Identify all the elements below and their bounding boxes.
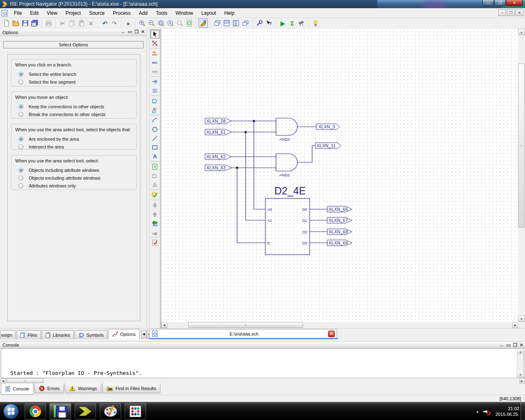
taskbar-colorgrid-button[interactable]	[125, 403, 146, 420]
tray-expand-icon[interactable]: ▲	[476, 410, 479, 413]
net-label[interactable]: XLXN_63	[206, 165, 226, 170]
tab-console[interactable]: Console	[1, 383, 34, 395]
add-net-name-tool[interactable]: abc	[150, 58, 160, 67]
pan-zoom-tool[interactable]	[150, 39, 160, 48]
draw-rectangle-tool[interactable]	[150, 143, 160, 152]
check-schematic-tool[interactable]	[150, 190, 160, 199]
add-wire-tool[interactable]	[150, 49, 160, 58]
tile-horizontal-button[interactable]	[222, 18, 231, 28]
toolbar-more-button[interactable]: »	[123, 18, 133, 28]
print-button[interactable]	[44, 18, 53, 28]
tab-options[interactable]: Options	[108, 329, 139, 339]
wire[interactable]	[254, 121, 265, 209]
scroll-left-button[interactable]: ◀	[0, 378, 6, 383]
context-help-button[interactable]: ?	[264, 18, 274, 28]
radio-icon[interactable]	[18, 176, 23, 180]
cut-button[interactable]: ✂	[58, 18, 67, 28]
component-name[interactable]: D2_4E	[274, 185, 306, 196]
select-tool[interactable]	[150, 30, 160, 39]
radio-option[interactable]: Select the line segment	[15, 78, 136, 86]
panel-maximize-icon[interactable]: ▭	[507, 342, 511, 348]
radio-icon[interactable]	[18, 144, 23, 149]
hint-bulb-button[interactable]	[311, 18, 320, 28]
draw-arc-tool[interactable]	[150, 116, 160, 125]
taskbar-clock[interactable]: 21:02 2015.06.25.	[495, 406, 519, 417]
new-file-button[interactable]	[2, 18, 11, 28]
tab-errors[interactable]: Errors	[34, 383, 64, 393]
start-button[interactable]	[3, 404, 19, 419]
paste-button[interactable]	[77, 18, 86, 28]
mdi-close-button[interactable]: ✕	[516, 9, 523, 16]
radio-option[interactable]: Break the connections to other objects	[15, 110, 136, 118]
radio-option[interactable]: Are enclosed by the area	[15, 135, 136, 143]
scroll-down-button[interactable]: ▼	[517, 372, 524, 378]
and2-gate[interactable]	[276, 154, 297, 171]
save-all-button[interactable]	[30, 18, 39, 28]
radio-selected-icon[interactable]	[18, 72, 23, 77]
scroll-left-button[interactable]: ◀	[161, 322, 167, 328]
canvas-hscrollbar[interactable]: ◀ ≡ ▶	[161, 322, 518, 328]
radio-option[interactable]: Select the entire branch	[15, 70, 136, 78]
wire[interactable]	[237, 168, 265, 243]
document-close-button[interactable]: ✕	[328, 331, 335, 337]
tab-symbols[interactable]: Symbols	[75, 330, 107, 339]
settings-wrench-button[interactable]	[255, 18, 264, 28]
zoom-in-button[interactable]	[137, 18, 147, 28]
menu-window[interactable]: Window	[171, 9, 197, 17]
panel-maximize-icon[interactable]: ▭	[128, 29, 132, 34]
sum-processes-button[interactable]: Σ	[288, 18, 297, 28]
flip-symbol-tool[interactable]	[150, 180, 160, 189]
menu-file[interactable]: File	[10, 9, 26, 17]
menu-edit[interactable]: Edit	[26, 9, 43, 17]
taskbar-save-app-button[interactable]	[50, 403, 71, 420]
return-to-schematic-tool[interactable]	[150, 219, 160, 228]
scroll-up-button[interactable]: ▲	[518, 29, 525, 35]
add-io-marker-tool[interactable]	[150, 77, 160, 86]
volume-muted-icon[interactable]	[483, 409, 490, 414]
component-body[interactable]	[265, 199, 310, 255]
draw-line-tool[interactable]	[150, 134, 160, 143]
symbol-info-tool[interactable]: ?	[150, 162, 160, 171]
radio-option[interactable]: Objects including attribute windows	[15, 166, 136, 174]
cascade-windows-button[interactable]	[212, 18, 222, 28]
panel-restore-icon[interactable]: ❐	[135, 29, 139, 34]
menu-help[interactable]: Help	[220, 9, 239, 17]
menu-add[interactable]: Add	[135, 9, 152, 17]
net-label[interactable]: XLXN_3	[318, 124, 335, 129]
panel-close-icon[interactable]: ✕	[141, 29, 145, 34]
schematic-canvas[interactable]: XLXN_28 XLXN_61 XLXN_62 XLXN_63 AND2 AND…	[161, 29, 518, 322]
taskbar-ise-button[interactable]	[75, 403, 96, 420]
console-hscrollbar[interactable]: ◀ ≡ ▶	[0, 378, 525, 383]
push-down-hierarchy-tool[interactable]	[150, 201, 160, 210]
options-panel-titlebar[interactable]: Options ↔ ▭ ❐ ✕	[0, 29, 146, 36]
wire-junction[interactable]	[245, 131, 247, 133]
add-text-tool[interactable]: A	[150, 152, 160, 161]
maximize-button[interactable]: ❐	[494, 0, 506, 6]
radio-icon[interactable]	[18, 112, 23, 117]
save-button[interactable]	[21, 18, 30, 28]
hscroll-thumb[interactable]: ≡	[7, 378, 43, 383]
panel-float-icon[interactable]: ↔	[121, 29, 126, 34]
undo-button[interactable]: ↶	[100, 18, 110, 28]
add-instance-name-tool[interactable]: A1	[150, 105, 160, 114]
wire[interactable]	[246, 132, 265, 220]
tab-warnings[interactable]: Warnings	[65, 383, 101, 393]
open-file-button[interactable]	[11, 18, 21, 28]
add-symbol-tool[interactable]	[150, 96, 160, 105]
tab-files[interactable]: Files	[16, 330, 41, 339]
scroll-down-button[interactable]: ▼	[518, 315, 525, 322]
zoom-to-box-button[interactable]	[156, 18, 166, 28]
orient-symbol-tool[interactable]	[150, 171, 160, 180]
minimize-button[interactable]: —	[482, 0, 494, 6]
wire[interactable]	[297, 146, 315, 162]
show-desktop-button[interactable]	[520, 402, 525, 420]
net-label[interactable]: XLXN_68	[329, 229, 348, 234]
add-bus-tool[interactable]	[150, 86, 160, 95]
menu-tools[interactable]: Tools	[152, 9, 171, 17]
schematic-doc-icon[interactable]	[2, 10, 7, 16]
redo-button[interactable]: ↷	[110, 18, 119, 28]
panel-float-icon[interactable]: ↔	[500, 342, 504, 348]
close-button[interactable]: ✕	[506, 0, 523, 6]
analyze-telescope-button[interactable]	[297, 18, 306, 28]
radio-selected-icon[interactable]	[18, 104, 23, 109]
